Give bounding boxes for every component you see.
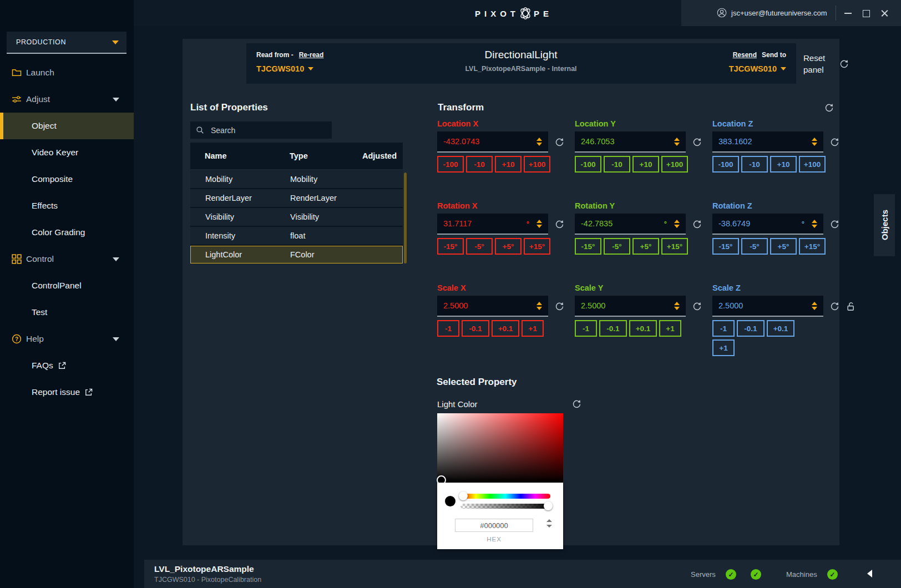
nudge-button[interactable]: -5° (466, 238, 493, 255)
nudge-button[interactable]: +10 (632, 156, 659, 173)
location-x-input[interactable]: -432.0743 (437, 131, 548, 153)
window-close-button[interactable] (878, 7, 890, 19)
server-status-ok-icon[interactable] (751, 569, 761, 580)
table-row-intensity[interactable]: Intensity float (190, 227, 403, 245)
nudge-button[interactable]: -10 (741, 156, 768, 173)
machine-status-ok-icon[interactable] (827, 569, 838, 580)
nudge-button[interactable]: +100 (799, 156, 826, 173)
production-mode-dropdown[interactable]: PRODUCTION (7, 32, 126, 54)
stepper-icon[interactable] (812, 138, 817, 146)
scale-z-input[interactable]: 2.5000 (712, 296, 823, 317)
sidebar-item-effects[interactable]: Effects (0, 192, 134, 219)
alpha-slider[interactable] (460, 504, 550, 509)
nudge-button[interactable]: +0.1 (492, 320, 519, 337)
lock-open-icon[interactable] (846, 302, 856, 311)
saturation-area[interactable] (437, 413, 563, 483)
nudge-button[interactable]: +5° (495, 238, 522, 255)
search-input[interactable] (210, 125, 326, 135)
table-row-mobility[interactable]: Mobility Mobility (190, 170, 403, 188)
nudge-button[interactable]: +15° (799, 238, 826, 255)
property-search[interactable] (190, 121, 332, 139)
refresh-icon[interactable] (830, 302, 839, 311)
refresh-icon[interactable] (572, 399, 581, 409)
refresh-icon[interactable] (830, 220, 839, 229)
nudge-button[interactable]: +0.1 (629, 320, 657, 337)
reread-link[interactable]: Re-read (299, 51, 324, 59)
refresh-icon[interactable] (692, 220, 702, 229)
rotation-x-input[interactable]: 31.7117 ° (437, 214, 548, 235)
stepper-icon[interactable] (812, 302, 817, 310)
refresh-icon[interactable] (555, 138, 564, 147)
nudge-button[interactable]: +15° (661, 238, 688, 255)
sidebar-item-test[interactable]: Test (0, 299, 134, 326)
nudge-button[interactable]: +5° (632, 238, 659, 255)
table-row-lightcolor-selected[interactable]: LightColor FColor (190, 246, 403, 263)
sidebar-item-color-grading[interactable]: Color Grading (0, 219, 134, 246)
server-status-ok-icon[interactable] (726, 569, 736, 580)
sidebar-item-object[interactable]: Object (0, 113, 134, 139)
sidebar-item-report-issue[interactable]: Report issue (0, 379, 134, 405)
stepper-icon[interactable] (536, 138, 542, 146)
nudge-button[interactable]: +5° (770, 238, 797, 255)
nudge-button[interactable]: -10 (466, 156, 493, 173)
nudge-button[interactable]: -15° (575, 238, 601, 255)
alpha-handle[interactable] (544, 501, 553, 510)
nudge-button[interactable]: +100 (661, 156, 688, 173)
nudge-button[interactable]: -10 (604, 156, 630, 173)
refresh-icon[interactable] (555, 302, 564, 311)
nudge-button[interactable]: +100 (524, 156, 550, 173)
nudge-button[interactable]: -100 (575, 156, 601, 173)
scale-y-input[interactable]: 2.5000 (575, 296, 686, 317)
nudge-button[interactable]: -5° (604, 238, 630, 255)
nudge-button[interactable]: +0.1 (767, 320, 794, 337)
location-z-input[interactable]: 383.1602 (712, 131, 823, 153)
hue-slider[interactable] (460, 494, 550, 499)
table-row-visibility[interactable]: Visibility Visibility (190, 208, 403, 226)
nudge-button[interactable]: -5° (741, 238, 768, 255)
refresh-icon[interactable] (824, 103, 834, 113)
refresh-icon[interactable] (555, 220, 564, 229)
sidebar-item-launch[interactable]: Launch (0, 59, 134, 86)
collapse-left-icon[interactable] (863, 570, 872, 577)
nudge-button[interactable]: +10 (770, 156, 797, 173)
resend-link[interactable]: Resend (733, 51, 757, 59)
hex-color-input[interactable] (455, 519, 533, 532)
table-row-renderlayer[interactable]: RenderLayer RenderLayer (190, 189, 403, 207)
nudge-button[interactable]: +15° (524, 238, 550, 255)
nudge-button[interactable]: -0.1 (737, 320, 765, 337)
nudge-button[interactable]: -15° (712, 238, 739, 255)
sidebar-item-composite[interactable]: Composite (0, 166, 134, 192)
refresh-icon[interactable] (692, 138, 702, 147)
nudge-button[interactable]: +1 (712, 339, 735, 356)
rotation-y-input[interactable]: -42.7835 ° (575, 214, 686, 235)
nudge-button[interactable]: -15° (437, 238, 464, 255)
stepper-icon[interactable] (674, 220, 680, 228)
window-minimize-button[interactable] (842, 7, 854, 19)
location-y-input[interactable]: 246.7053 (575, 131, 686, 153)
read-from-machine-dropdown[interactable]: TJCGWS010 (256, 64, 323, 73)
sidebar-item-controlpanel[interactable]: ControlPanel (0, 272, 134, 299)
nudge-button[interactable]: +1 (659, 320, 681, 337)
reset-panel-button[interactable]: Reset panel (803, 52, 849, 75)
stepper-icon[interactable] (812, 220, 817, 228)
nudge-button[interactable]: +1 (522, 320, 544, 337)
hex-mode-stepper[interactable] (546, 519, 552, 528)
stepper-icon[interactable] (536, 220, 542, 228)
sidebar-item-video-keyer[interactable]: Video Keyer (0, 139, 134, 166)
sidebar-item-help[interactable]: Help (0, 326, 134, 352)
user-account[interactable]: jsc+user@futureuniverse.com (717, 8, 827, 18)
hue-handle[interactable] (459, 491, 468, 500)
rotation-z-input[interactable]: -38.6749 ° (712, 214, 823, 235)
sidebar-item-control[interactable]: Control (0, 246, 134, 272)
nudge-button[interactable]: -0.1 (462, 320, 489, 337)
refresh-icon[interactable] (830, 138, 839, 147)
nudge-button[interactable]: -1 (712, 320, 735, 337)
nudge-button[interactable]: -0.1 (599, 320, 627, 337)
objects-side-tab[interactable]: Objects (874, 194, 895, 256)
nudge-button[interactable]: -1 (437, 320, 459, 337)
nudge-button[interactable]: -100 (712, 156, 739, 173)
stepper-icon[interactable] (674, 138, 680, 146)
table-scrollbar[interactable] (404, 173, 407, 263)
nudge-button[interactable]: +10 (495, 156, 522, 173)
refresh-icon[interactable] (692, 302, 702, 311)
